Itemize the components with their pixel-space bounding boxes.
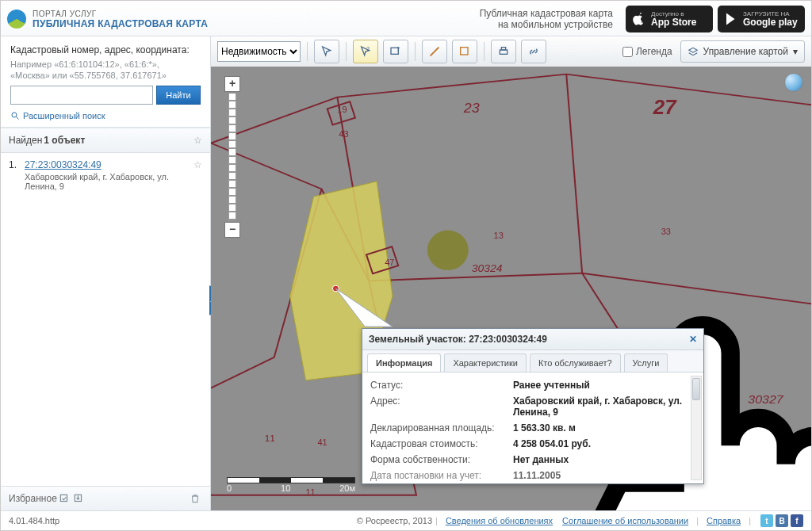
legend-checkbox-input[interactable] [622,47,633,57]
info-cost-val: 4 258 054.01 руб. [513,438,689,449]
popup-tabs: Информация Характеристики Кто обслуживае… [362,350,703,372]
copyright: © Росреестр, 2013 [357,516,432,525]
info-area-key: Декларированная площадь: [370,422,513,434]
search-hint: Например «61:6:10104:12», «61:6:*», «Мос… [10,59,201,81]
identify-region-button[interactable]: ? [383,40,408,63]
advanced-search-link[interactable]: Расширенный поиск [10,111,201,120]
svg-text:13: 13 [494,231,504,240]
tab-who-services[interactable]: Кто обслуживает? [530,353,621,372]
info-addr-val: Хабаровский край, г. Хабаровск, ул. Лени… [513,395,689,418]
pointer-tool-button[interactable] [314,40,339,63]
identify-tool-button[interactable]: ? [353,40,378,63]
map-area[interactable]: Недвижимость ? ? [211,36,811,510]
map-control-button[interactable]: Управление картой ▾ [680,40,805,63]
popup-title: Земельный участок: 27:23:0030324:49 [369,334,547,345]
legend-label: Легенда [636,46,672,57]
googleplay-badge[interactable]: ЗАГРУЗИТЕ НА Google play [718,6,805,32]
svg-text:27: 27 [653,96,678,118]
fav-export-icon[interactable] [59,493,70,504]
search-input[interactable] [10,86,153,105]
info-status-key: Статус: [370,380,513,391]
mobile-pitch-l2: на мобильном устройстве [480,19,613,30]
svg-text:?: ? [396,46,400,52]
terms-link[interactable]: Соглашение об использовании [562,516,688,525]
top-header: ПОРТАЛ УСЛУГ ПУБЛИЧНАЯ КАДАСТРОВАЯ КАРТА… [1,1,811,36]
svg-text:30327: 30327 [748,392,784,406]
updates-link[interactable]: Сведения об обновлениях [446,516,553,525]
appstore-t2: App Store [651,17,696,28]
favorite-star-icon[interactable]: ☆ [193,159,202,191]
facebook-icon[interactable]: f [791,514,803,527]
scale-0: 0 [227,483,232,493]
chevron-down-icon: ▾ [793,46,798,57]
result-item[interactable]: 1. 27:23:0030324:49 Хабаровский край, г.… [1,153,210,197]
result-number: 1. [9,159,25,191]
layer-select[interactable]: Недвижимость [217,41,301,62]
page-title: ПУБЛИЧНАЯ КАДАСТРОВАЯ КАРТА [33,18,208,29]
search-button[interactable]: Найти [156,86,201,105]
feature-popup: Земельный участок: 27:23:0030324:49 ✕ Ин… [362,328,704,484]
zoom-slider[interactable] [228,94,236,220]
result-id-link[interactable]: 27:23:0030324:49 [25,159,102,170]
tab-services[interactable]: Услуги [624,353,668,372]
measure-line-button[interactable] [422,40,447,63]
print-button[interactable] [491,40,516,63]
gplay-t2: Google play [743,17,798,28]
results-header-count: 1 объект [44,135,85,146]
zoom-control: + − [224,76,241,238]
svg-text:43: 43 [339,129,348,139]
popup-close-button[interactable]: ✕ [689,334,697,345]
result-address: Хабаровский край, г. Хабаровск, ул. Лени… [25,172,190,191]
zoom-in-button[interactable]: + [224,76,240,92]
apple-icon [632,12,646,26]
footer: 4.01.484.http © Росреестр, 2013 | Сведен… [1,510,811,530]
svg-rect-9 [501,48,505,50]
link-button[interactable] [521,40,546,63]
results-list: 1. 27:23:0030324:49 Хабаровский край, г.… [1,153,210,486]
favorites-bar: Избранное [1,486,210,510]
svg-text:?: ? [366,46,370,52]
tab-characteristics[interactable]: Характеристики [444,353,527,372]
measure-area-button[interactable] [452,40,477,63]
mobile-pitch: Публичная кадастровая карта на мобильном… [480,8,613,30]
sidebar: Кадастровый номер, адрес, координата: На… [1,36,211,510]
svg-text:30324: 30324 [472,262,503,274]
star-icon[interactable]: ☆ [193,135,202,146]
svg-rect-8 [500,50,507,54]
info-addr-key: Адрес: [370,395,513,418]
help-link[interactable]: Справка [707,516,741,525]
map-canvas[interactable]: 19 43 23 27 13 33 30324 30327 11 47 41 1… [211,67,811,510]
favorites-label: Избранное [9,493,57,504]
tab-information[interactable]: Информация [367,353,441,372]
scale-bar: 0 10 20м [227,477,355,493]
google-play-icon [724,12,738,26]
results-header-prefix: Найден [9,135,42,146]
appstore-badge[interactable]: Доступно в App Store [626,6,713,32]
svg-point-14 [427,231,469,270]
svg-text:23: 23 [463,100,480,116]
info-area-val: 1 563.30 кв. м [513,422,689,434]
info-date-key: Дата постановки на учет: [370,470,513,481]
svg-point-0 [12,113,17,117]
svg-rect-7 [461,48,468,55]
overview-globe-button[interactable] [784,73,803,92]
info-date-val: 11.11.2005 [513,470,689,481]
svg-text:47: 47 [385,258,394,267]
svg-text:41: 41 [317,437,327,447]
popup-scrollbar[interactable] [691,376,702,480]
twitter-icon[interactable]: t [760,514,773,527]
version-label: 4.01.484.http [9,516,59,525]
rosreestr-logo-icon [7,10,26,29]
trash-icon[interactable] [190,493,201,504]
svg-text:33: 33 [661,227,671,237]
info-cost-key: Кадастровая стоимость: [370,438,513,449]
portal-label: ПОРТАЛ УСЛУГ [33,10,208,18]
info-own-key: Форма собственности: [370,454,513,465]
svg-line-1 [17,117,19,120]
legend-checkbox[interactable]: Легенда [619,44,672,59]
vk-icon[interactable]: B [776,514,788,527]
layers-icon [688,46,699,57]
info-own-val: Нет данных [513,454,689,465]
fav-import-icon[interactable] [73,493,84,504]
zoom-out-button[interactable]: − [224,222,240,238]
